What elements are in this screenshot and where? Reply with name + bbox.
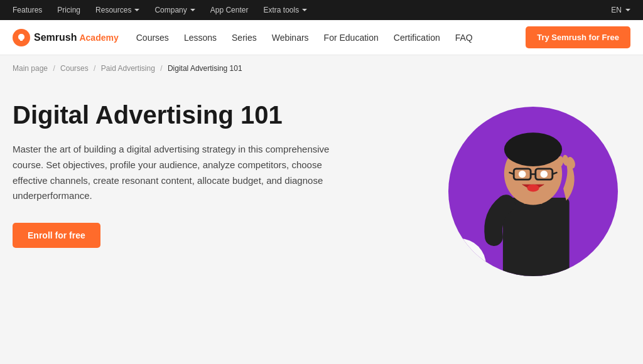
topbar-appcenter-link[interactable]: App Center <box>210 6 249 14</box>
main-nav: SemrushAcademy Courses Lessons Series We… <box>0 20 643 55</box>
svg-point-10 <box>541 171 548 178</box>
nav-certification-link[interactable]: Certification <box>394 33 440 43</box>
nav-courses-link[interactable]: Courses <box>136 33 169 43</box>
top-bar: Features Pricing Resources Company App C… <box>0 0 643 20</box>
main-content: Main page / Courses / Paid Advertising /… <box>0 55 643 364</box>
logo-icon <box>13 29 30 46</box>
breadcrumb-courses[interactable]: Courses <box>60 64 89 73</box>
breadcrumb-mainpage[interactable]: Main page <box>13 64 48 73</box>
breadcrumb-sep-2: / <box>94 64 95 73</box>
logo-link[interactable]: SemrushAcademy <box>13 29 119 46</box>
svg-point-11 <box>527 185 539 192</box>
extratools-dropdown-arrow <box>302 9 307 11</box>
try-semrush-button[interactable]: Try Semrush for Free <box>526 26 630 48</box>
top-bar-nav: Features Pricing Resources Company App C… <box>13 6 307 14</box>
nav-lessons-link[interactable]: Lessons <box>184 33 217 43</box>
breadcrumb-sep-3: / <box>160 64 162 73</box>
nav-faq-link[interactable]: FAQ <box>455 33 473 43</box>
language-selector[interactable]: EN <box>611 6 630 14</box>
instructor-circle <box>448 107 618 276</box>
hero-section: Digital Advertising 101 Master the art o… <box>0 82 643 301</box>
nav-series-link[interactable]: Series <box>232 33 257 43</box>
language-label: EN <box>611 6 622 14</box>
hero-description: Master the art of building a digital adv… <box>13 142 339 204</box>
nav-links: Courses Lessons Series Webinars For Educ… <box>136 33 473 43</box>
resources-dropdown-arrow <box>134 9 139 11</box>
semrush-logo-svg <box>16 33 26 43</box>
lang-dropdown-arrow <box>625 9 630 11</box>
breadcrumb-sep-1: / <box>53 64 55 73</box>
brand-name: SemrushAcademy <box>34 32 119 43</box>
topbar-features-link[interactable]: Features <box>13 6 42 14</box>
instructor-image-container <box>448 107 630 289</box>
svg-point-9 <box>519 171 526 178</box>
topbar-pricing-link[interactable]: Pricing <box>57 6 80 14</box>
nav-left: SemrushAcademy Courses Lessons Series We… <box>13 29 473 46</box>
topbar-company-link[interactable]: Company <box>154 6 195 14</box>
nav-webinars-link[interactable]: Webinars <box>272 33 309 43</box>
topbar-extratools-link[interactable]: Extra tools <box>263 6 307 14</box>
topbar-resources-link[interactable]: Resources <box>95 6 139 14</box>
company-dropdown-arrow <box>190 9 195 11</box>
enroll-button[interactable]: Enroll for free <box>13 223 100 248</box>
nav-foreducation-link[interactable]: For Education <box>324 33 379 43</box>
breadcrumb-current: Digital Advertising 101 <box>168 64 242 73</box>
svg-point-3 <box>504 132 562 166</box>
breadcrumb: Main page / Courses / Paid Advertising /… <box>0 55 643 82</box>
hero-content: Digital Advertising 101 Master the art o… <box>13 100 339 248</box>
hero-title: Digital Advertising 101 <box>13 100 339 129</box>
breadcrumb-paid-advertising[interactable]: Paid Advertising <box>101 64 155 73</box>
instructor-illustration <box>470 119 596 276</box>
